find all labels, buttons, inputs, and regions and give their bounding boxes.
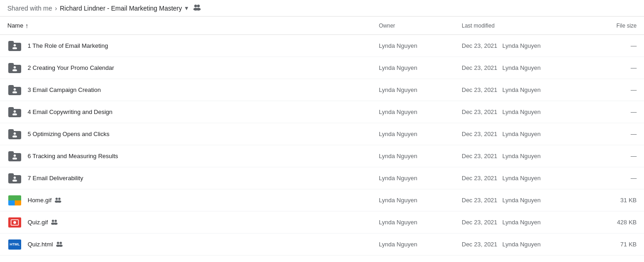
file-name: 7 Email Deliverability xyxy=(28,175,83,182)
file-size: — xyxy=(591,153,637,159)
file-name-column: Quiz.html xyxy=(28,241,379,248)
column-modified: Last modified xyxy=(462,23,591,29)
table-row[interactable]: 4 Email Copywriting and Design Lynda Ngu… xyxy=(0,101,644,123)
svg-point-25 xyxy=(55,220,57,222)
table-row[interactable]: 5 Optimizing Opens and Clicks Lynda Nguy… xyxy=(0,123,644,145)
folder-icon xyxy=(7,83,22,97)
table-row[interactable]: 2 Creating Your Promo Calendar Lynda Ngu… xyxy=(0,57,644,79)
file-size: — xyxy=(591,108,637,115)
file-name: 3 Email Campaign Creation xyxy=(28,86,101,93)
table-row[interactable]: 1 The Role of Email Marketing Lynda Nguy… xyxy=(0,35,644,57)
svg-point-18 xyxy=(56,198,58,200)
breadcrumb-shared-icon xyxy=(193,4,201,12)
shared-badge xyxy=(51,219,58,226)
file-owner: Lynda Nguyen xyxy=(379,86,462,93)
svg-point-24 xyxy=(52,220,54,222)
file-owner: Lynda Nguyen xyxy=(379,42,462,49)
file-owner: Lynda Nguyen xyxy=(379,131,462,137)
svg-point-31 xyxy=(59,245,63,247)
file-name-column: 3 Email Campaign Creation xyxy=(28,86,379,93)
folder-icon xyxy=(7,171,22,186)
file-modified: Dec 23, 2021 Lynda Nguyen xyxy=(462,241,591,248)
file-name-column: Home.gif xyxy=(28,197,379,204)
breadcrumb-shared-with-me[interactable]: Shared with me xyxy=(7,5,52,12)
svg-point-23 xyxy=(13,221,16,224)
breadcrumb-current-folder: Richard Lindner - Email Marketing Master… xyxy=(60,5,182,12)
svg-point-29 xyxy=(59,242,62,244)
breadcrumb-separator: › xyxy=(55,5,57,12)
file-list: 1 The Role of Email Marketing Lynda Nguy… xyxy=(0,35,644,256)
table-row[interactable]: Quiz.gif Lynda Nguyen Dec 23, 2021 Lynda… xyxy=(0,211,644,234)
column-name[interactable]: Name ↑ xyxy=(7,22,379,29)
file-owner: Lynda Nguyen xyxy=(379,153,462,159)
file-size: — xyxy=(591,175,637,182)
file-modified: Dec 23, 2021 Lynda Nguyen xyxy=(462,86,591,93)
file-owner: Lynda Nguyen xyxy=(379,197,462,204)
file-owner: Lynda Nguyen xyxy=(379,219,462,226)
file-owner: Lynda Nguyen xyxy=(379,108,462,115)
table-row[interactable]: 7 Email Deliverability Lynda Nguyen Dec … xyxy=(0,167,644,189)
column-size: File size xyxy=(591,23,637,29)
svg-point-21 xyxy=(58,200,61,203)
file-size: — xyxy=(591,86,637,93)
gif-home-icon xyxy=(7,193,22,208)
file-size: 428 KB xyxy=(591,219,637,226)
file-size: 31 KB xyxy=(591,197,637,204)
file-modified: Dec 23, 2021 Lynda Nguyen xyxy=(462,108,591,115)
svg-point-0 xyxy=(194,5,197,7)
svg-point-9 xyxy=(12,91,17,93)
table-row[interactable]: Home.gif Lynda Nguyen Dec 23, 2021 Lynda… xyxy=(0,189,644,211)
file-size: — xyxy=(591,42,637,49)
svg-point-4 xyxy=(14,44,16,46)
file-owner: Lynda Nguyen xyxy=(379,241,462,248)
table-row[interactable]: 3 Email Campaign Creation Lynda Nguyen D… xyxy=(0,79,644,101)
file-name: 5 Optimizing Opens and Clicks xyxy=(28,131,110,137)
breadcrumb-dropdown-icon[interactable]: ▼ xyxy=(184,5,189,11)
file-modified: Dec 23, 2021 Lynda Nguyen xyxy=(462,64,591,71)
file-name-column: 5 Optimizing Opens and Clicks xyxy=(28,131,379,137)
file-size: — xyxy=(591,131,637,137)
folder-icon xyxy=(7,149,22,164)
svg-point-17 xyxy=(12,179,17,182)
svg-point-28 xyxy=(57,242,59,244)
svg-point-7 xyxy=(12,69,17,71)
shared-badge xyxy=(56,241,63,248)
table-row[interactable]: HTML Quiz.html Lynda Nguyen Dec 23, 2021… xyxy=(0,234,644,256)
file-owner: Lynda Nguyen xyxy=(379,64,462,71)
table-header: Name ↑ Owner Last modified File size xyxy=(0,17,644,35)
file-name: 2 Creating Your Promo Calendar xyxy=(28,64,114,71)
table-row[interactable]: 6 Tracking and Measuring Results Lynda N… xyxy=(0,145,644,167)
file-modified: Dec 23, 2021 Lynda Nguyen xyxy=(462,131,591,137)
folder-icon xyxy=(7,105,22,120)
column-owner: Owner xyxy=(379,23,462,29)
file-modified: Dec 23, 2021 Lynda Nguyen xyxy=(462,42,591,49)
file-modified: Dec 23, 2021 Lynda Nguyen xyxy=(462,153,591,159)
shared-badge xyxy=(54,197,62,204)
svg-point-3 xyxy=(196,8,201,11)
file-modified: Dec 23, 2021 Lynda Nguyen xyxy=(462,175,591,182)
sort-arrow: ↑ xyxy=(25,22,29,29)
file-modified: Dec 23, 2021 Lynda Nguyen xyxy=(462,197,591,204)
svg-point-27 xyxy=(54,222,58,225)
svg-point-14 xyxy=(14,154,16,157)
file-modified: Dec 23, 2021 Lynda Nguyen xyxy=(462,219,591,226)
svg-point-6 xyxy=(14,66,16,68)
file-owner: Lynda Nguyen xyxy=(379,175,462,182)
file-name: Quiz.html xyxy=(28,241,53,248)
file-name-column: 7 Email Deliverability xyxy=(28,175,379,182)
file-size: 71 KB xyxy=(591,241,637,248)
svg-point-19 xyxy=(58,198,61,200)
file-name-column: 1 The Role of Email Marketing xyxy=(28,42,379,49)
svg-point-16 xyxy=(14,177,16,179)
file-size: — xyxy=(591,64,637,71)
svg-point-1 xyxy=(197,5,200,7)
folder-icon xyxy=(7,61,22,75)
svg-point-13 xyxy=(12,135,17,137)
file-name: Home.gif xyxy=(28,197,52,204)
folder-icon xyxy=(7,127,22,142)
file-name: Quiz.gif xyxy=(28,219,48,226)
svg-point-8 xyxy=(14,88,16,91)
file-name: 1 The Role of Email Marketing xyxy=(28,42,108,49)
file-name: 6 Tracking and Measuring Results xyxy=(28,153,118,159)
svg-point-5 xyxy=(12,47,17,49)
